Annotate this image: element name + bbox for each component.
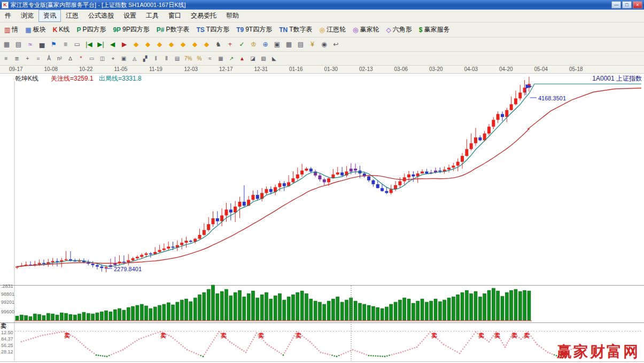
date-label-15: 05-04 bbox=[534, 66, 548, 72]
menu-item-9[interactable]: 帮助 bbox=[221, 10, 244, 22]
candlesticks bbox=[15, 77, 531, 273]
menu-item-7[interactable]: 窗口 bbox=[164, 10, 186, 22]
toolbar-button-7[interactable]: T99T四方形 bbox=[233, 24, 275, 35]
lines-icon[interactable]: ≣ bbox=[12, 54, 22, 64]
toolbar-button-6[interactable]: TST四方形 bbox=[193, 24, 232, 35]
seven-pct-icon[interactable]: 7% bbox=[183, 54, 193, 64]
arrow-ne-icon[interactable]: ↗ bbox=[226, 54, 236, 64]
menu-item-3[interactable]: 江恩 bbox=[61, 10, 83, 22]
globe-icon[interactable]: ⊕ bbox=[260, 39, 271, 50]
angstrom-icon[interactable]: Å bbox=[44, 54, 54, 64]
diamond-2-icon[interactable]: ◆ bbox=[142, 39, 153, 50]
waves-icon[interactable]: ≈ bbox=[205, 54, 215, 64]
toolbar-button-11[interactable]: ◇六角形 bbox=[383, 24, 415, 35]
svg-text:卖: 卖 bbox=[431, 332, 437, 338]
toolbar-button-2[interactable]: KK线 bbox=[50, 24, 73, 35]
roman-icon[interactable]: Ⅱ bbox=[161, 54, 172, 64]
toolbar-button-12[interactable]: $赢家服务 bbox=[416, 24, 453, 35]
tri-icon[interactable]: ◬ bbox=[129, 54, 139, 64]
box-icon[interactable]: ▭ bbox=[87, 54, 97, 64]
corner-icon[interactable]: ◪ bbox=[247, 54, 258, 64]
first-icon[interactable]: |◀ bbox=[83, 39, 95, 50]
toolbar-button-1[interactable]: ▦板块 bbox=[22, 24, 49, 35]
diamond-3-icon[interactable]: ◆ bbox=[154, 39, 165, 50]
main-chart-canvas[interactable]: 4168.35012279.8401.2831988019920199600卖1… bbox=[0, 74, 644, 363]
grid-icon[interactable]: ▦ bbox=[1, 39, 12, 50]
crown-icon[interactable]: ♔ bbox=[248, 39, 259, 50]
note-icon[interactable]: ▭ bbox=[72, 39, 83, 50]
toolbar-button-9[interactable]: ◎江恩轮 bbox=[316, 24, 349, 35]
toolbar-button-5[interactable]: P#P数字表 bbox=[153, 24, 193, 35]
date-label-12: 03-20 bbox=[429, 66, 443, 72]
cross-icon[interactable]: + bbox=[224, 39, 236, 50]
grid2-icon[interactable]: ▦ bbox=[215, 54, 226, 64]
svg-text:卖: 卖 bbox=[296, 332, 301, 338]
date-label-6: 12-17 bbox=[219, 66, 233, 72]
diamond-7-icon[interactable]: ◆ bbox=[201, 39, 212, 50]
knight-icon[interactable]: ♞ bbox=[213, 39, 224, 50]
calendar-icon[interactable]: ▣ bbox=[271, 39, 283, 50]
frame-icon[interactable]: ▣ bbox=[119, 54, 129, 64]
toolbar-button-10[interactable]: ◎赢家轮 bbox=[350, 24, 382, 35]
star-icon[interactable]: * bbox=[76, 54, 86, 64]
menu-item-5[interactable]: 设置 bbox=[119, 10, 141, 22]
target-icon[interactable]: ⌖ bbox=[108, 54, 118, 64]
svg-text:12.50: 12.50 bbox=[1, 330, 13, 335]
toolbar-button-4[interactable]: 9P9P四方形 bbox=[110, 24, 152, 35]
shade-icon[interactable]: ▞ bbox=[140, 54, 150, 64]
money-icon[interactable]: ¥ bbox=[307, 39, 318, 50]
wedge-icon[interactable]: ◣ bbox=[269, 54, 279, 64]
menu-item-1[interactable]: 浏览 bbox=[16, 10, 38, 22]
maximize-button[interactable]: □ bbox=[622, 1, 632, 9]
diamond-6-icon[interactable]: ◆ bbox=[189, 39, 200, 50]
chart-area[interactable]: 乾坤K线 关注线=3259.1 出局线=3331.8 1A0001 上证指数 4… bbox=[0, 74, 644, 363]
plus-icon[interactable]: + bbox=[22, 54, 33, 64]
minimize-button[interactable]: — bbox=[611, 1, 621, 9]
diamond-4-icon[interactable]: ◆ bbox=[166, 39, 177, 50]
diamond-1-icon[interactable]: ◆ bbox=[130, 39, 142, 50]
square-n-icon[interactable]: n² bbox=[55, 54, 65, 64]
list-icon[interactable]: ≡ bbox=[60, 39, 71, 50]
date-label-10: 02-13 bbox=[359, 66, 373, 72]
close-button[interactable]: × bbox=[633, 1, 642, 9]
prev-icon[interactable]: ◀ bbox=[107, 39, 118, 50]
bars-icon[interactable]: ▅ bbox=[36, 39, 48, 50]
flag-icon[interactable]: ⚑ bbox=[48, 39, 59, 50]
menu-item-0[interactable]: 件 bbox=[0, 10, 16, 22]
last-icon[interactable]: ▶| bbox=[95, 39, 106, 50]
tri-up-icon[interactable]: ▲ bbox=[237, 54, 247, 64]
toolbar-icons-row2: ≡≣+⌗Ån²∆*▭◫⌖▣◬▞‖Ⅱ▤7%%≈▦↗▲◪▧◣ bbox=[0, 52, 644, 66]
delta-icon[interactable]: ∆ bbox=[65, 54, 75, 64]
back-icon[interactable]: ↩ bbox=[330, 39, 342, 50]
toolbar-button-5-icon: P# bbox=[157, 27, 165, 33]
trend-icon[interactable]: ≈ bbox=[25, 39, 36, 50]
toolbar-button-8[interactable]: TNT数字表 bbox=[276, 24, 315, 35]
diamond-5-icon[interactable]: ◆ bbox=[177, 39, 189, 50]
menu-item-6[interactable]: 工具 bbox=[141, 10, 164, 22]
pipes-icon[interactable]: ‖ bbox=[151, 54, 161, 64]
check-icon[interactable]: ✓ bbox=[236, 39, 247, 50]
report-icon[interactable]: ▤ bbox=[13, 39, 24, 50]
hatch2-icon[interactable]: ▧ bbox=[258, 54, 268, 64]
disk-icon[interactable]: ◉ bbox=[319, 39, 330, 50]
toolbar-button-0-icon: ▥ bbox=[4, 27, 10, 33]
menu-item-4[interactable]: 公式选股 bbox=[83, 10, 119, 22]
svg-text:84.37: 84.37 bbox=[1, 336, 13, 342]
next-icon[interactable]: ▶ bbox=[119, 39, 130, 50]
hash-icon[interactable]: ⌗ bbox=[33, 54, 43, 64]
menu-item-8[interactable]: 交易委托 bbox=[186, 10, 221, 22]
dual-box-icon[interactable]: ◫ bbox=[97, 54, 107, 64]
date-label-9: 01-30 bbox=[324, 66, 338, 72]
date-label-8: 01-16 bbox=[289, 66, 303, 72]
menu-item-2[interactable]: 资讯 bbox=[38, 10, 61, 22]
date-label-16: 05-18 bbox=[569, 66, 583, 72]
pct-icon[interactable]: % bbox=[194, 54, 204, 64]
hatch-icon[interactable]: ≡ bbox=[1, 54, 11, 64]
table-icon[interactable]: ▦ bbox=[283, 39, 294, 50]
toolbar-button-0[interactable]: ▥情 bbox=[1, 24, 21, 35]
window-controls: —□× bbox=[611, 1, 642, 9]
panel-icon[interactable]: ▤ bbox=[172, 54, 182, 64]
indicator: 卖卖卖卖卖卖卖卖卖卖 bbox=[15, 286, 641, 361]
toolbar-button-3[interactable]: PP四方形 bbox=[73, 24, 109, 35]
book-icon[interactable]: ▤ bbox=[295, 39, 306, 50]
